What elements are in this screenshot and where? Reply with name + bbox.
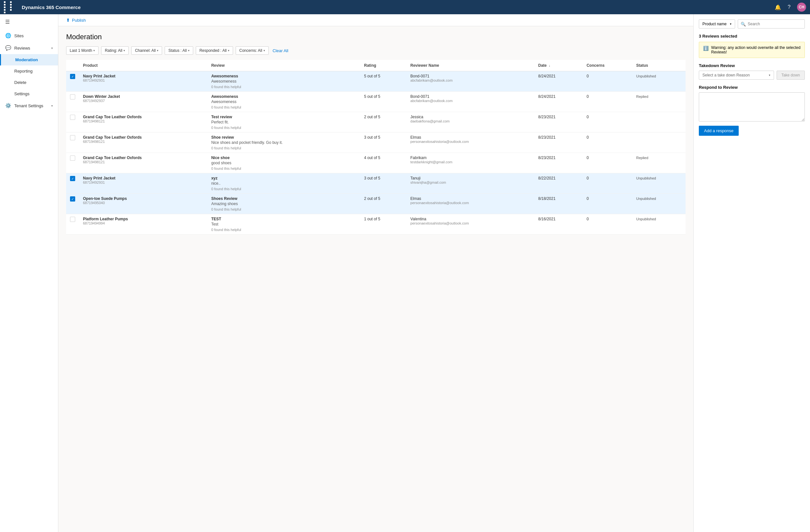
reviewer-cell: Bond-0071 abcfabrikam@outlook.com	[406, 92, 534, 112]
date-filter[interactable]: Last 1 Month ▾	[66, 46, 99, 55]
status-value: Unpublished	[636, 176, 656, 180]
help-icon[interactable]: ?	[788, 4, 791, 10]
review-cell: xyz nice.. 0 found this helpful	[208, 173, 360, 194]
product-name: Grand Cap Toe Leather Oxfords	[83, 155, 204, 160]
review-cell: Shoe review Nice shoes and pocket friend…	[208, 133, 360, 153]
row-checkbox-cell[interactable]	[66, 214, 79, 235]
date-column-header[interactable]: Date ↓	[534, 60, 582, 71]
right-panel: Product name ▾ 🔍 3 Reviews selected ℹ️ W…	[693, 14, 810, 532]
publish-button[interactable]: ⬆ Publish	[66, 17, 86, 23]
row-checkbox[interactable]	[70, 94, 75, 99]
product-name-dropdown[interactable]: Product name ▾	[699, 19, 735, 29]
chevron-down-icon: ▾	[51, 46, 53, 50]
sidebar-item-reporting[interactable]: Reporting	[0, 65, 58, 77]
sidebar-item-label: Tenant Settings	[14, 103, 44, 108]
takedown-section-title: Takedown Review	[699, 63, 805, 68]
status-cell: Replied	[632, 92, 685, 112]
row-checkbox-cell[interactable]	[66, 153, 79, 173]
notification-icon[interactable]: 🔔	[775, 4, 781, 10]
status-value: Unpublished	[636, 197, 656, 201]
status-value: Unpublished	[636, 217, 656, 221]
clear-all-button[interactable]: Clear All	[273, 48, 288, 53]
row-checkbox[interactable]	[70, 115, 75, 120]
respond-textarea[interactable]	[699, 92, 805, 121]
row-checkbox-cell[interactable]	[66, 92, 79, 112]
takedown-button[interactable]: Take down	[777, 71, 805, 80]
review-title: Nice shoe	[211, 155, 357, 160]
review-body: nice..	[211, 181, 357, 186]
sidebar-item-label: Reporting	[5, 69, 32, 73]
product-cell: Open-toe Suede Pumps 68719495040	[79, 194, 208, 214]
row-checkbox-cell[interactable]	[66, 133, 79, 153]
status-filter[interactable]: Status : All ▾	[165, 46, 193, 55]
row-checkbox[interactable]	[70, 135, 75, 140]
channel-filter[interactable]: Channel: All ▾	[131, 46, 162, 55]
chevron-down-icon: ▾	[51, 104, 53, 107]
date-cell: 8/16/2021	[534, 214, 582, 235]
chevron-down-icon: ▾	[157, 49, 159, 52]
row-checkbox-cell[interactable]: ✓	[66, 173, 79, 194]
review-body: Nice shoes and pocket friendly. Go buy i…	[211, 140, 357, 145]
row-checkbox[interactable]: ✓	[70, 74, 75, 79]
rating-value: 2 out of 5	[364, 196, 380, 201]
product-name: Platform Leather Pumps	[83, 217, 204, 221]
grid-icon[interactable]	[4, 1, 15, 13]
row-checkbox-cell[interactable]: ✓	[66, 71, 79, 92]
takedown-reason-dropdown[interactable]: Select a take down Reason ▾	[699, 71, 774, 80]
sidebar-item-delete[interactable]: Delete	[0, 77, 58, 88]
responded-filter[interactable]: Responded : All ▾	[196, 46, 233, 55]
concerns-filter[interactable]: Concerns: All ▾	[236, 46, 269, 55]
add-response-button[interactable]: Add a response	[699, 126, 739, 136]
review-title: Test review	[211, 115, 357, 119]
product-name-label: Product name	[702, 22, 727, 26]
publish-bar: ⬆ Publish	[58, 14, 693, 26]
user-avatar[interactable]: CH	[797, 3, 806, 12]
review-title: Awesomeness	[211, 94, 357, 99]
search-input[interactable]	[748, 22, 802, 26]
reviewer-column-header: Reviewer Name	[406, 60, 534, 71]
review-title: xyz	[211, 176, 357, 181]
date-cell: 8/18/2021	[534, 194, 582, 214]
takedown-row: Select a take down Reason ▾ Take down	[699, 71, 805, 80]
row-checkbox[interactable]	[70, 155, 75, 161]
top-nav: Dynamics 365 Commerce 🔔 ? CH	[0, 0, 810, 14]
table-row: ✓ Navy Print Jacket 68719492931 Awesomen…	[66, 71, 685, 92]
chevron-down-icon: ▾	[730, 22, 732, 26]
sort-icon: ↓	[549, 64, 550, 67]
sidebar-item-reviews[interactable]: 💬 Reviews ▾	[0, 42, 58, 54]
sidebar-item-sites[interactable]: 🌐 Sites	[0, 30, 58, 42]
helpful-count: 0	[211, 146, 213, 150]
product-id: 68719492931	[83, 79, 204, 82]
settings-icon: ⚙️	[5, 103, 11, 109]
product-cell: Down Winter Jacket 68719492937	[79, 92, 208, 112]
reviewer-name: Fabrikam	[410, 155, 530, 160]
rating-value: 1 out of 5	[364, 217, 380, 221]
product-name: Down Winter Jacket	[83, 94, 204, 99]
date-cell: 8/23/2021	[534, 112, 582, 133]
row-checkbox-cell[interactable]	[66, 112, 79, 133]
helpful-count: 0	[211, 228, 213, 232]
row-checkbox[interactable]: ✓	[70, 196, 75, 201]
row-checkbox[interactable]	[70, 217, 75, 222]
reviews-selected-count: 3 Reviews selected	[699, 34, 805, 38]
hamburger-icon[interactable]: ☰	[0, 14, 58, 30]
rating-cell: 3 out of 5	[360, 133, 406, 153]
rating-filter[interactable]: Rating: All ▾	[101, 46, 129, 55]
select-all-header[interactable]	[66, 60, 79, 71]
product-name: Open-toe Suede Pumps	[83, 196, 204, 201]
status-value: Replied	[636, 156, 648, 160]
sidebar-item-tenant-settings[interactable]: ⚙️ Tenant Settings ▾	[0, 99, 58, 112]
row-checkbox-cell[interactable]: ✓	[66, 194, 79, 214]
review-helpful: 0 found this helpful	[211, 207, 357, 211]
row-checkbox[interactable]: ✓	[70, 176, 75, 181]
sidebar-item-settings[interactable]: Settings	[0, 88, 58, 99]
product-cell: Navy Print Jacket 68719492931	[79, 71, 208, 92]
reviewer-email: shivanijha@gmail.com	[410, 181, 530, 184]
concerns-filter-label: Concerns: All	[239, 48, 262, 53]
reviewer-email: abcfabrikam@outlook.com	[410, 79, 530, 82]
helpful-count: 0	[211, 187, 213, 191]
table-row: Platform Leather Pumps 68719494994 TEST …	[66, 214, 685, 235]
rating-cell: 5 out of 5	[360, 71, 406, 92]
sidebar-item-moderation[interactable]: Moderation	[0, 54, 58, 65]
review-body: Awesomeness	[211, 99, 357, 104]
